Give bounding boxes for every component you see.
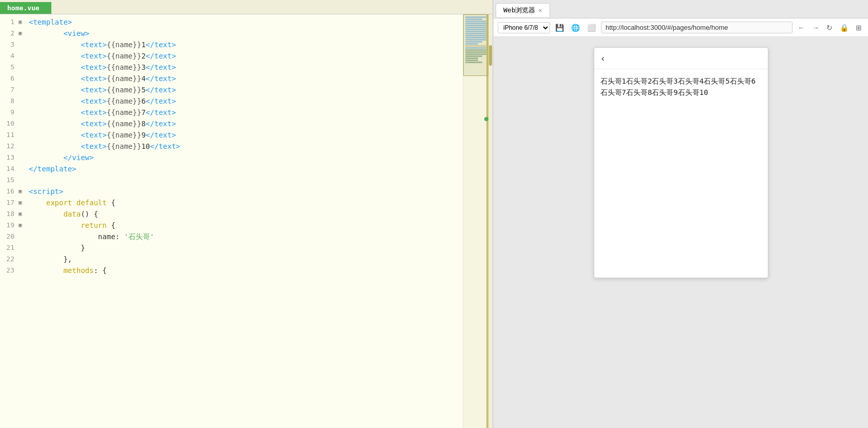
mobile-back-button[interactable]: ‹ xyxy=(600,53,606,64)
code-line-15: 15 xyxy=(0,174,463,186)
fold-icon-16[interactable]: ▣ xyxy=(18,186,27,197)
code-line-12: 12 <text>{{name}}10</text> xyxy=(0,141,463,152)
url-bar[interactable] xyxy=(601,22,792,33)
editor-tab[interactable]: home.vue xyxy=(0,2,51,14)
browser-toolbar: iPhone 6/7/8 💾 🌐 ⬜ ← → ↻ 🔒 ⊞ xyxy=(494,18,868,37)
code-line-23: 23 methods: { xyxy=(0,265,463,276)
code-line-4: 4 <text>{{name}}2</text> xyxy=(0,50,463,62)
code-line-5: 5 <text>{{name}}3</text> xyxy=(0,62,463,73)
code-line-17: 17 ▣ export default { xyxy=(0,197,463,208)
code-line-21: 21 } xyxy=(0,242,463,254)
fold-icon-17[interactable]: ▣ xyxy=(18,197,27,208)
code-line-3: 3 <text>{{name}}1</text> xyxy=(0,39,463,50)
fold-icon-19[interactable]: ▣ xyxy=(18,220,27,231)
grid-icon-button[interactable]: ⊞ xyxy=(854,23,864,33)
lock-icon-button[interactable]: 🔒 xyxy=(838,23,851,33)
code-line-14: 14 </template> xyxy=(0,163,463,174)
forward-button[interactable]: → xyxy=(810,23,821,33)
code-line-11: 11 <text>{{name}}9</text> xyxy=(0,129,463,141)
code-line-2: 2 ▣ <view> xyxy=(0,28,463,39)
code-line-22: 22 }, xyxy=(0,254,463,265)
code-line-18: 18 ▣ data() { xyxy=(0,208,463,220)
minimap xyxy=(463,14,488,428)
fold-icon-2[interactable]: ▣ xyxy=(18,28,27,39)
device-selector[interactable]: iPhone 6/7/8 xyxy=(498,22,550,33)
tab-close-button[interactable]: ✕ xyxy=(538,7,542,14)
fold-icon-1[interactable]: ▣ xyxy=(18,16,27,28)
preview-text: 石头哥1石头哥2石头哥3石头哥4石头哥5石头哥6石头哥7石头哥8石头哥9石头哥1… xyxy=(600,77,756,96)
code-line-6: 6 <text>{{name}}4</text> xyxy=(0,73,463,84)
editor-scrollbar[interactable] xyxy=(488,14,493,428)
mobile-preview-content: 石头哥1石头哥2石头哥3石头哥4石头哥5石头哥6石头哥7石头哥8石头哥9石头哥1… xyxy=(594,69,768,105)
browser-viewport: ‹ 石头哥1石头哥2石头哥3石头哥4石头哥5石头哥6石头哥7石头哥8石头哥9石头… xyxy=(494,37,868,428)
code-line-20: 20 name: '石头哥' xyxy=(0,231,463,242)
code-line-9: 9 <text>{{name}}7</text> xyxy=(0,107,463,118)
browser-tabs: Web浏览器 ✕ xyxy=(494,0,868,18)
code-line-16: 16 ▣ <script> xyxy=(0,186,463,197)
code-line-13: 13 </view> xyxy=(0,152,463,163)
editor-panel: home.vue 1 ▣ <template> 2 ▣ <view> 3 xyxy=(0,0,493,428)
refresh-button[interactable]: ↻ xyxy=(824,23,835,33)
code-line-8: 8 <text>{{name}}6</text> xyxy=(0,95,463,107)
browser-tab-label: Web浏览器 xyxy=(503,6,535,15)
code-line-19: 19 ▣ return { xyxy=(0,220,463,231)
globe-icon-button[interactable]: 🌐 xyxy=(569,23,582,33)
screen-icon-button[interactable]: ⬜ xyxy=(585,23,598,33)
save-icon-button[interactable]: 💾 xyxy=(553,23,566,33)
code-line-7: 7 <text>{{name}}5</text> xyxy=(0,84,463,95)
mobile-preview-frame: ‹ 石头哥1石头哥2石头哥3石头哥4石头哥5石头哥6石头哥7石头哥8石头哥9石头… xyxy=(594,47,768,278)
fold-icon-18[interactable]: ▣ xyxy=(18,208,27,220)
code-line-10: 10 <text>{{name}}8</text> xyxy=(0,118,463,129)
back-button[interactable]: ← xyxy=(796,23,807,33)
browser-panel: Web浏览器 ✕ iPhone 6/7/8 💾 🌐 ⬜ ← → ↻ 🔒 ⊞ ‹ … xyxy=(493,0,868,428)
code-line-1: 1 ▣ <template> xyxy=(0,16,463,28)
mobile-nav-bar: ‹ xyxy=(594,48,768,69)
browser-tab-web[interactable]: Web浏览器 ✕ xyxy=(496,3,550,17)
